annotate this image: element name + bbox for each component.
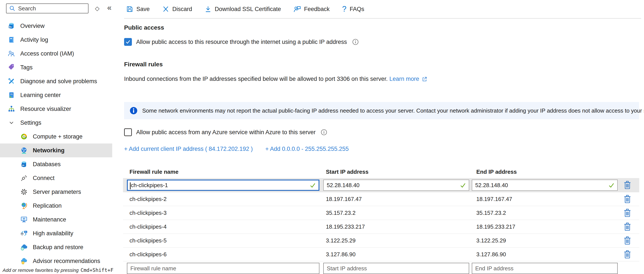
sidebar-item-label: Resource visualizer: [20, 106, 71, 112]
diagnose-tools-icon: [7, 77, 16, 85]
delete-rule-button[interactable]: [624, 195, 639, 203]
start-ip-cell: 3.127.86.90: [326, 251, 476, 258]
svg-text:My: My: [9, 26, 12, 28]
add-any-ip-link[interactable]: + Add 0.0.0.0 - 255.255.255.255: [265, 146, 349, 152]
sidebar-group-settings[interactable]: Settings: [0, 116, 112, 130]
table-row: ch-clickpipes-5 3.122.25.29 3.122.25.29: [123, 234, 639, 248]
public-access-checkbox-row: Allow public access to this resource thr…: [124, 38, 359, 46]
delete-rule-button[interactable]: [624, 181, 631, 189]
feedback-button[interactable]: Feedback: [294, 6, 330, 13]
network-info-text: Some network environments may not report…: [142, 107, 644, 114]
connect-plug-icon: [20, 174, 28, 182]
valid-check-icon: [460, 183, 466, 188]
rule-name-cell: ch-clickpipes-5: [130, 237, 326, 244]
command-bar: Save Discard Download SSL Certificate Fe…: [126, 3, 364, 15]
discard-label: Discard: [172, 6, 192, 13]
sidebar-item-high-availability[interactable]: High availability: [0, 226, 112, 240]
search-icon: [9, 5, 16, 12]
new-end-ip-input[interactable]: [472, 265, 617, 272]
faqs-button[interactable]: ? FAQs: [342, 5, 364, 13]
azure-services-checkbox-label: Allow public access from any Azure servi…: [136, 129, 316, 136]
end-ip-input[interactable]: [472, 182, 608, 189]
sidebar-item-maintenance[interactable]: Maintenance: [0, 213, 112, 226]
activity-log-icon: [7, 36, 16, 44]
delete-rule-button[interactable]: [624, 208, 639, 217]
replication-globe-icon: [20, 202, 28, 210]
info-icon[interactable]: [321, 129, 327, 135]
firewall-rules-table: Firewall rule name Start IP address End …: [123, 165, 639, 274]
sidebar-item-advisor-recommendations[interactable]: Advisor recommendations: [0, 254, 112, 268]
svg-text:101: 101: [10, 93, 13, 95]
svg-text:$: $: [23, 135, 25, 138]
rule-name-field: [127, 180, 320, 191]
sidebar-item-backup-restore[interactable]: Backup and restore: [0, 240, 112, 254]
azure-services-checkbox[interactable]: [124, 128, 132, 136]
save-button[interactable]: Save: [126, 6, 150, 13]
discard-x-icon: [162, 6, 169, 13]
download-ssl-label: Download SSL Certificate: [215, 6, 281, 13]
sidebar-item-compute-storage[interactable]: $ Compute + storage: [0, 130, 112, 143]
sidebar-item-networking[interactable]: Networking: [0, 143, 112, 157]
favorites-hint-text: Add or remove favorites by pressing: [2, 267, 78, 273]
sidebar-item-label: Server parameters: [33, 189, 81, 195]
sidebar-item-server-parameters[interactable]: Server parameters: [0, 185, 112, 199]
table-row: ch-clickpipes-4 18.195.233.217 18.195.23…: [123, 220, 639, 234]
start-ip-input[interactable]: [324, 182, 460, 189]
sidebar-item-activity-log[interactable]: Activity log: [0, 33, 112, 47]
access-control-icon: [7, 50, 16, 58]
save-label: Save: [136, 6, 150, 13]
sidebar-item-label: Learning center: [20, 92, 61, 99]
new-rule-name-input[interactable]: [127, 265, 319, 272]
text-caret: [130, 182, 130, 189]
search-box[interactable]: [6, 4, 88, 14]
rule-name-cell: ch-clickpipes-4: [130, 223, 326, 230]
sidebar-item-label: Connect: [33, 175, 54, 181]
download-ssl-certificate-button[interactable]: Download SSL Certificate: [204, 6, 281, 13]
sidebar-item-resource-visualizer[interactable]: Resource visualizer: [0, 102, 112, 116]
collapse-sidebar-icon[interactable]: «: [107, 4, 112, 12]
sidebar-item-databases[interactable]: DB Databases: [0, 157, 112, 171]
sidebar-item-label: Overview: [20, 23, 45, 29]
sidebar-item-connect[interactable]: Connect: [0, 171, 112, 185]
maintenance-monitor-icon: [20, 215, 28, 224]
databases-icon: DB: [20, 160, 28, 168]
diamond-icon[interactable]: ◇: [95, 6, 100, 12]
sidebar-item-tags[interactable]: Tags: [0, 61, 112, 74]
sidebar-item-replication[interactable]: Replication: [0, 199, 112, 213]
sidebar-item-learning-center[interactable]: 101 Learning center: [0, 88, 112, 102]
search-input[interactable]: [18, 5, 86, 12]
discard-button[interactable]: Discard: [162, 6, 192, 13]
table-row: ch-clickpipes-6 3.127.86.90 3.127.86.90: [123, 248, 639, 261]
new-rule-row: [123, 263, 639, 274]
resource-visualizer-icon: [7, 105, 16, 113]
delete-rule-button[interactable]: [624, 222, 639, 231]
public-access-checkbox[interactable]: [124, 38, 132, 46]
sidebar-item-diagnose[interactable]: Diagnose and solve problems: [0, 74, 112, 88]
delete-rule-button[interactable]: [624, 236, 639, 245]
table-row-edit: [123, 178, 639, 192]
new-start-ip-field: [323, 263, 469, 274]
compute-storage-icon: $: [20, 132, 28, 141]
new-end-ip-field: [472, 263, 618, 274]
advisor-recommendations-icon: [20, 257, 28, 265]
save-icon: [126, 6, 133, 13]
start-ip-cell: 18.197.167.47: [326, 196, 476, 202]
delete-rule-button[interactable]: [624, 250, 639, 259]
firewall-description-text: Inbound connections from the IP addresse…: [124, 76, 388, 82]
tag-icon: [7, 63, 16, 72]
favorites-hint-keys: Cmd+Shift+F: [80, 267, 113, 273]
rule-name-input[interactable]: [128, 182, 310, 189]
valid-check-icon: [310, 183, 316, 188]
new-rule-name-field: [127, 263, 320, 274]
question-mark-icon: ?: [342, 5, 346, 13]
public-access-heading: Public access: [124, 24, 164, 31]
favorites-hint: Add or remove favorites by pressingCmd+S…: [2, 267, 114, 273]
sidebar-item-access-control[interactable]: Access control (IAM): [0, 47, 112, 61]
table-row: ch-clickpipes-3 35.157.23.2 35.157.23.2: [123, 206, 639, 220]
svg-text:DB: DB: [22, 164, 24, 166]
info-icon[interactable]: [352, 39, 359, 45]
learn-more-link[interactable]: Learn more: [389, 76, 419, 82]
sidebar-item-overview[interactable]: My Overview: [0, 19, 112, 33]
new-start-ip-input[interactable]: [324, 265, 469, 272]
add-client-ip-link[interactable]: + Add current client IP address ( 84.172…: [124, 146, 253, 152]
